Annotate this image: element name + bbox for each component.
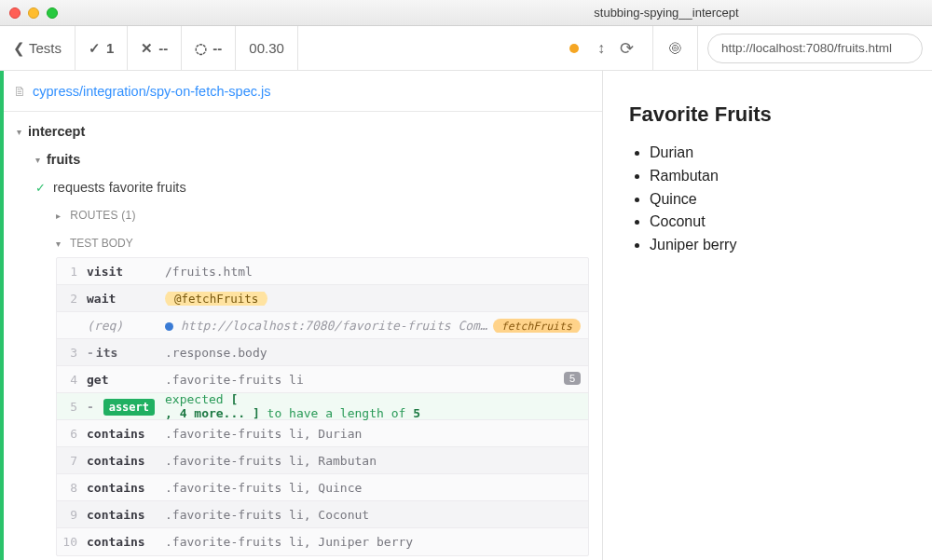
caret-right-icon: ▸ — [56, 211, 61, 221]
command-row[interactable]: 4get.favorite-fruits li5 — [57, 366, 588, 393]
command-name: - assert — [83, 400, 161, 414]
selector-playground-button[interactable]: 🞋 — [653, 26, 698, 70]
back-label: Tests — [29, 40, 62, 56]
command-name: contains — [83, 427, 161, 441]
command-name: contains — [83, 454, 161, 468]
command-name: visit — [83, 265, 161, 279]
command-number: 6 — [57, 427, 83, 441]
list-item: Coconut — [650, 211, 906, 234]
list-item: Durian — [650, 142, 906, 165]
status-bar — [0, 71, 4, 560]
command-message: .favorite-fruits li, Quince — [161, 481, 588, 495]
suite-title: intercept — [28, 124, 85, 139]
test-row[interactable]: ✓ requests favorite fruits — [0, 173, 602, 201]
window-titlebar: stubbing-spying__intercept — [0, 0, 932, 26]
list-item: Juniper berry — [650, 234, 906, 257]
chevron-left-icon: ❮ — [13, 40, 25, 57]
command-row[interactable]: 2wait@fetchFruits — [57, 285, 588, 312]
caret-down-icon: ▾ — [56, 239, 61, 249]
routes-label: ROUTES (1) — [70, 209, 135, 222]
command-number: 2 — [57, 292, 83, 306]
reload-button[interactable]: ⟳ — [620, 38, 634, 59]
command-message: .favorite-fruits li, Juniper berry — [161, 535, 588, 549]
window-title: stubbing-spying__intercept — [594, 6, 738, 20]
reporter-panel: 🗎 cypress/integration/spy-on-fetch-spec.… — [0, 71, 603, 560]
element-count-badge: 5 — [564, 372, 581, 385]
check-icon: ✓ — [35, 181, 46, 195]
back-to-tests-button[interactable]: ❮ Tests — [0, 26, 75, 70]
command-message: /fruits.html — [161, 265, 588, 279]
command-message: .favorite-fruits li, Durian — [161, 427, 588, 441]
command-message: @fetchFruits — [161, 292, 588, 306]
command-row[interactable]: (req)http://localhost:7080/favorite-frui… — [57, 312, 588, 339]
stats-pending: ◌ -- — [182, 26, 236, 70]
context-title: fruits — [47, 152, 80, 167]
stats-time: 00.30 — [236, 26, 298, 70]
spec-file-row[interactable]: 🗎 cypress/integration/spy-on-fetch-spec.… — [0, 71, 602, 112]
command-number: 7 — [57, 454, 83, 468]
aut-panel: Favorite Fruits DurianRambutanQuinceCoco… — [603, 71, 932, 560]
command-row[interactable]: 7contains.favorite-fruits li, Rambutan — [57, 447, 588, 474]
url-bar — [698, 26, 932, 70]
context-row-fruits[interactable]: ▾ fruits — [0, 145, 602, 173]
runner-toolbar: ❮ Tests ✓ 1 ✕ -- ◌ -- 00.30 ↕ ⟳ 🞋 — [0, 26, 932, 71]
command-name: -its — [83, 346, 161, 360]
command-name: contains — [83, 508, 161, 522]
recording-indicator-icon — [569, 44, 579, 53]
list-item: Rambutan — [650, 165, 906, 188]
command-message: .favorite-fruits li, Rambutan — [161, 454, 588, 468]
alias-pill: @fetchFruits — [165, 292, 267, 306]
stats-failed: ✕ -- — [128, 26, 182, 70]
command-message: .favorite-fruits li, Coconut — [161, 508, 588, 522]
viewport-toggle-button[interactable]: ↕ — [597, 40, 605, 57]
xhr-dot-icon — [165, 322, 173, 331]
url-input[interactable] — [707, 34, 923, 63]
command-message: expected [ , 4 more... ] to have a lengt… — [161, 392, 588, 420]
toolbar-controls: ↕ ⟳ — [558, 26, 653, 70]
command-number: 10 — [57, 535, 83, 549]
command-row[interactable]: 10contains.favorite-fruits li, Juniper b… — [57, 528, 588, 555]
command-number: 9 — [57, 508, 83, 522]
command-name: contains — [83, 481, 161, 495]
command-number: 8 — [57, 481, 83, 495]
command-message: http://localhost:7080/favorite-fruits Co… — [161, 319, 588, 333]
circle-icon: ◌ — [195, 40, 207, 57]
command-message: .favorite-fruits li — [161, 373, 588, 387]
command-number: 4 — [57, 373, 83, 387]
command-number: 1 — [57, 265, 83, 279]
command-message: .response.body — [161, 346, 588, 360]
x-icon: ✕ — [141, 40, 153, 57]
command-name: contains — [83, 535, 161, 549]
fruit-list: DurianRambutanQuinceCoconutJuniper berry — [629, 142, 906, 257]
target-icon: 🞋 — [668, 41, 681, 56]
test-title: requests favorite fruits — [53, 180, 186, 195]
command-number: 3 — [57, 346, 83, 360]
spec-path: cypress/integration/spy-on-fetch-spec.js — [33, 84, 270, 99]
command-row[interactable]: 1visit/fruits.html — [57, 258, 588, 285]
command-row[interactable]: 3-its.response.body — [57, 339, 588, 366]
testbody-section-toggle[interactable]: ▾ TEST BODY — [56, 229, 602, 257]
suite-row-intercept[interactable]: ▾ intercept — [0, 117, 602, 145]
command-log: 1visit/fruits.html2wait@fetchFruits(req)… — [56, 257, 589, 556]
stats-passed: ✓ 1 — [75, 26, 128, 70]
caret-down-icon: ▾ — [35, 155, 40, 165]
command-row[interactable]: 8contains.favorite-fruits li, Quince — [57, 474, 588, 501]
failed-count: -- — [158, 40, 168, 56]
command-row[interactable]: 5- assertexpected [ , 4 more... ] to hav… — [57, 393, 588, 420]
time-value: 00.30 — [249, 40, 284, 56]
route-tag-pill: fetchFruits — [493, 319, 581, 333]
pending-count: -- — [212, 40, 222, 56]
caret-down-icon: ▾ — [17, 127, 21, 137]
passed-count: 1 — [106, 40, 114, 56]
command-row[interactable]: 6contains.favorite-fruits li, Durian — [57, 420, 588, 447]
command-name: wait — [83, 292, 161, 306]
aut-heading: Favorite Fruits — [629, 102, 906, 127]
command-name: get — [83, 373, 161, 387]
list-item: Quince — [650, 188, 906, 212]
testbody-label: TEST BODY — [70, 237, 133, 250]
command-row[interactable]: 9contains.favorite-fruits li, Coconut — [57, 501, 588, 528]
check-icon: ✓ — [89, 40, 101, 57]
file-icon: 🗎 — [13, 84, 27, 99]
command-name: (req) — [83, 319, 161, 333]
routes-section-toggle[interactable]: ▸ ROUTES (1) — [56, 201, 602, 229]
